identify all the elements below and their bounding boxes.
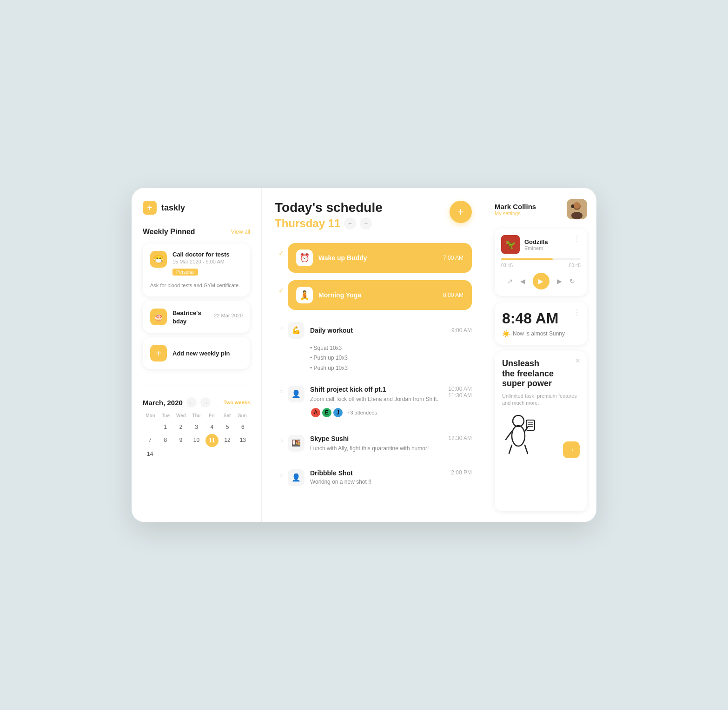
weekly-pinned-title: Weekly Pinned: [143, 228, 195, 236]
pin-card-2[interactable]: 🎂 Beatrice's bday 22 Mar 2020: [143, 301, 250, 333]
cal-date[interactable]: 12: [220, 434, 234, 447]
svg-point-2: [571, 212, 582, 219]
check-mark-2: ✓: [278, 287, 284, 294]
schedule-date: Thursday 11: [275, 217, 340, 230]
view-all-link[interactable]: View all: [231, 229, 250, 235]
cal-view-label[interactable]: Two weeks: [224, 400, 250, 405]
right-panel: Mark Collins My settings ⋮: [485, 188, 596, 522]
clock-card: ⋮ 8:48 AM ☀️ Now is almost Sunny: [495, 302, 587, 345]
date-next-btn[interactable]: →: [360, 217, 372, 230]
schedule-item-4[interactable]: ○ 👤 Shift project kick off pt.1 Zoom cal…: [275, 377, 472, 427]
promo-arrow-btn[interactable]: →: [563, 441, 580, 458]
add-pin-icon: +: [150, 345, 167, 362]
cal-days-header: Mon Tue Wed Thu Fri Sat Sun: [143, 413, 250, 418]
user-name: Mark Collins: [495, 203, 567, 210]
item-icon-1: ⏰: [296, 250, 313, 266]
item-icon-2: 🧘: [296, 287, 313, 303]
cal-next-btn[interactable]: →: [200, 397, 211, 408]
add-pin-card[interactable]: + Add new weekly pin: [143, 337, 250, 369]
music-dots: ⋮: [573, 234, 581, 243]
promo-close-btn[interactable]: ✕: [575, 357, 581, 364]
weather-icon: ☀️: [502, 330, 510, 337]
item-time-1: 7:00 AM: [443, 255, 463, 261]
logo-row: + taskly: [143, 201, 250, 215]
user-avatar: [567, 199, 587, 219]
repeat-btn[interactable]: ↻: [569, 277, 575, 285]
pin-tag-1: Personal: [172, 269, 198, 276]
calendar-grid: Mon Tue Wed Thu Fri Sat Sun 1 2 3 4 5 6 …: [143, 413, 250, 460]
play-btn[interactable]: ▶: [533, 273, 549, 289]
weather-text: Now is almost Sunny: [513, 330, 565, 337]
item-time-5: 12:30 AM: [448, 435, 472, 441]
add-pin-label: Add new weekly pin: [172, 350, 230, 357]
item-title-3: Daily workout: [310, 327, 446, 334]
weekly-pinned-header: Weekly Pinned View all: [143, 228, 250, 236]
pin-avatar-1: 😷: [150, 251, 167, 268]
cal-date[interactable]: 10: [189, 434, 204, 447]
music-card: ⋮ 🦖 Godzilla Eminem 03:15 00:45: [495, 229, 587, 296]
logo-icon: +: [143, 201, 157, 215]
cal-date[interactable]: 1: [158, 421, 172, 433]
next-btn[interactable]: ▶: [557, 277, 562, 285]
cal-date[interactable]: 7: [143, 434, 157, 447]
app-name: taskly: [161, 203, 185, 213]
schedule-item-5[interactable]: ○ 🍱 Skype Sushi Lunch with Ally, fight t…: [275, 427, 472, 461]
user-settings[interactable]: My settings: [495, 210, 567, 216]
svg-line-9: [506, 431, 512, 440]
music-artist: Eminem: [524, 245, 548, 251]
pin-avatar-2: 🎂: [150, 309, 167, 325]
schedule-item-2[interactable]: ✓ 🧘 Morning Yoga 8:00 AM: [275, 276, 472, 314]
schedule-item-3[interactable]: ○ 💪 Daily workout 9:00 AM • Squat 10x3• …: [275, 314, 472, 377]
svg-line-16: [525, 445, 528, 454]
item-title-5: Skype Sushi: [310, 435, 443, 442]
attendees-row: A E J +3 attendees: [310, 407, 443, 418]
music-progress-bar[interactable]: [501, 258, 581, 260]
user-row: Mark Collins My settings: [495, 199, 587, 219]
shift-desc: Zoom call, kick off with Elena and Jorda…: [310, 395, 443, 403]
cal-date[interactable]: 4: [205, 421, 219, 433]
cal-date[interactable]: 2: [174, 421, 188, 433]
pin-info-1: Call doctor for tests 15 Mar 2020 - 9:00…: [172, 251, 243, 278]
cal-prev-btn[interactable]: ←: [186, 397, 197, 408]
cal-dates: 1 2 3 4 5 6 7 8 9 10 11 12 13 14: [143, 421, 250, 460]
item-title-2: Morning Yoga: [318, 291, 437, 299]
cal-date[interactable]: 5: [220, 421, 234, 433]
item-card-2: 🧘 Morning Yoga 8:00 AM: [288, 280, 472, 310]
promo-title: Unsleashthe freelancesuper power: [502, 359, 580, 389]
attendees-more: +3 attendees: [347, 410, 377, 415]
shuffle-btn[interactable]: ↗: [507, 277, 513, 285]
promo-illustration: [502, 413, 539, 458]
cal-date[interactable]: 8: [158, 434, 172, 447]
item-time-6: 2:00 PM: [451, 469, 472, 476]
add-schedule-btn[interactable]: +: [450, 201, 472, 223]
pin-date-1: 15 Mar 2020 - 9:00 AM: [172, 259, 243, 264]
pin-card-1[interactable]: 😷 Call doctor for tests 15 Mar 2020 - 9:…: [143, 243, 250, 296]
app-container: + taskly Weekly Pinned View all 😷 Call d…: [132, 188, 596, 522]
item-time-4b: 11:30 AM: [448, 392, 472, 399]
item-card-1: ⏰ Wake up Buddy 7:00 AM: [288, 243, 472, 273]
schedule-list: ✓ ⏰ Wake up Buddy 7:00 AM ✓ 🧘 Morning Yo…: [275, 239, 472, 494]
schedule-title: Today's schedule: [275, 201, 383, 215]
pin-date-2: 22 Mar 2020: [214, 313, 243, 318]
dribbble-desc: Working on a new shot !!: [310, 479, 445, 485]
music-progress-fill: [501, 258, 553, 260]
prev-btn[interactable]: ◀: [520, 277, 525, 285]
svg-line-15: [509, 445, 512, 454]
schedule-item-1[interactable]: ✓ ⏰ Wake up Buddy 7:00 AM: [275, 239, 472, 276]
schedule-item-6[interactable]: ○ 👤 Dribbble Shot Working on a new shot …: [275, 461, 472, 494]
cal-date[interactable]: 6: [236, 421, 250, 433]
item-title-6: Dribbble Shot: [310, 469, 445, 477]
cal-date-today[interactable]: 11: [205, 434, 218, 447]
pin-title-1: Call doctor for tests: [172, 251, 243, 258]
music-current-time: 03:15: [501, 263, 513, 268]
music-controls: ↗ ◀ ▶ ▶ ↻: [501, 273, 581, 289]
cal-date[interactable]: 13: [236, 434, 250, 447]
cal-date[interactable]: 14: [143, 448, 157, 460]
cal-date[interactable]: 9: [174, 434, 188, 447]
date-prev-btn[interactable]: ←: [344, 217, 356, 230]
cal-date[interactable]: 3: [189, 421, 204, 433]
music-thumb: 🦖: [501, 235, 520, 254]
item-icon-5: 🍱: [288, 435, 304, 452]
music-total-time: 00:45: [569, 263, 581, 268]
attendee-1: A: [310, 407, 321, 418]
